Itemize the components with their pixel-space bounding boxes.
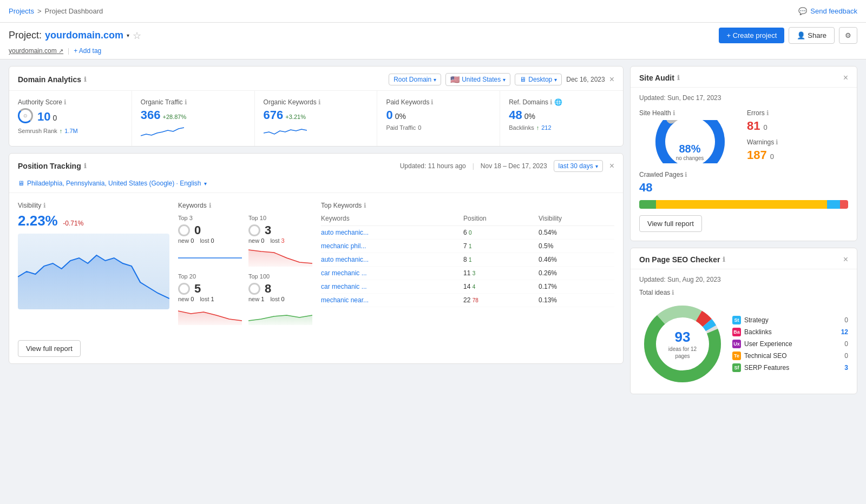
chevron-down-icon: ▾	[434, 77, 436, 83]
sa-close-button[interactable]: ×	[843, 73, 848, 83]
vis-cell: 0.54%	[539, 226, 614, 240]
kw-cell[interactable]: mechanic phil...	[321, 240, 463, 253]
pt-title: Position Tracking ℹ	[18, 162, 87, 170]
opsc-info-icon[interactable]: ℹ	[723, 256, 725, 263]
top-keywords-table: Keywords Position Visibility auto mechan…	[321, 214, 614, 307]
opsc-dot-icon: Ux	[732, 340, 741, 348]
tk-info-icon[interactable]: ℹ	[364, 202, 366, 209]
domain-analytics-header: Domain Analytics ℹ Root Domain ▾ 🇺🇸 Unit…	[9, 67, 623, 91]
opsc-close-button[interactable]: ×	[843, 255, 848, 264]
col-position: Position	[463, 214, 539, 226]
share-button[interactable]: 👤 Share	[789, 27, 835, 44]
da-info-icon[interactable]: ℹ	[84, 76, 87, 83]
ti-info-icon[interactable]: ℹ	[672, 289, 674, 296]
sa-view-full-report-button[interactable]: View full report	[639, 215, 702, 232]
opsc-donut: 93 ideas for 12 pages	[639, 301, 726, 387]
opsc-label: SERP Features	[744, 364, 789, 372]
sh-info-icon[interactable]: ℹ	[673, 109, 675, 117]
da-metrics: Authority Score ℹ ⊙ 10 0 Semrush Rank ↑ …	[9, 91, 623, 146]
root-domain-dropdown[interactable]: Root Domain ▾	[389, 74, 441, 85]
opsc-count: 3	[844, 364, 848, 372]
table-row: auto mechanic... 6 0 0.54%	[321, 226, 614, 240]
pos-cell: 8 1	[463, 253, 539, 267]
project-title-actions: + Create project 👤 Share ⚙	[719, 27, 857, 44]
top-bar: Projects > Project Dashboard 💬 Send feed…	[0, 0, 866, 23]
position-tracking-card: Position Tracking ℹ Updated: 11 hours ag…	[9, 153, 624, 364]
err-info-icon[interactable]: ℹ	[766, 109, 769, 117]
pt-view-full-report-button[interactable]: View full report	[18, 340, 81, 357]
left-column: Domain Analytics ℹ Root Domain ▾ 🇺🇸 Unit…	[9, 66, 624, 394]
kw-info-icon[interactable]: ℹ	[209, 202, 212, 209]
monitor-icon: 🖥	[18, 180, 24, 187]
top-keywords-section: Top Keywords ℹ Keywords Position Visibil…	[321, 202, 614, 325]
opsc-legend-item: Ba Backlinks 12	[732, 328, 848, 336]
ot-info-icon[interactable]: ℹ	[185, 98, 187, 106]
organic-keywords-metric: Organic Keywords ℹ 676 +3.21%	[255, 91, 378, 146]
kw-cell[interactable]: car mechanic ...	[321, 267, 463, 280]
opsc-legend-item: Te Technical SEO 0	[732, 352, 848, 360]
opsc-count: 0	[844, 316, 848, 324]
pt-info-icon[interactable]: ℹ	[84, 162, 87, 170]
top3-circle	[178, 224, 190, 236]
dropdown-chevron-icon[interactable]: ▾	[127, 32, 129, 38]
top-bar-right: 💬 Send feedback	[798, 7, 857, 15]
project-title-row: Project: yourdomain.com ▾ ☆ + Create pro…	[9, 27, 857, 44]
chevron-down-loc-icon[interactable]: ▾	[204, 181, 207, 187]
da-close-button[interactable]: ×	[609, 75, 614, 84]
star-icon[interactable]: ☆	[133, 30, 141, 42]
opsc-count: 0	[844, 340, 848, 348]
table-row: car mechanic ... 11 3 0.26%	[321, 267, 614, 280]
organic-keywords-chart	[264, 122, 369, 138]
kw-cell[interactable]: car mechanic ...	[321, 280, 463, 294]
breadcrumb-sep: >	[37, 7, 42, 15]
sa-info-icon[interactable]: ℹ	[677, 74, 680, 82]
country-dropdown[interactable]: 🇺🇸 United States ▾	[445, 73, 510, 86]
add-tag-button[interactable]: + Add tag	[74, 47, 101, 55]
svg-marker-0	[18, 255, 169, 309]
pk-info-icon[interactable]: ℹ	[431, 98, 434, 106]
domain-analytics-title: Domain Analytics ℹ	[18, 75, 87, 84]
pt-close-button[interactable]: ×	[609, 161, 614, 171]
right-column: Site Audit ℹ × Updated: Sun, Dec 17, 202…	[630, 66, 857, 394]
project-domain[interactable]: yourdomain.com	[45, 30, 123, 41]
send-feedback-button[interactable]: 💬 Send feedback	[798, 7, 857, 15]
top20-chart	[178, 306, 242, 325]
us-flag-icon: 🇺🇸	[450, 75, 460, 84]
site-health-donut: 88% no changes	[652, 120, 728, 163]
rd-info-icon[interactable]: ℹ	[550, 98, 553, 106]
breadcrumb-projects[interactable]: Projects	[9, 7, 34, 15]
create-project-button[interactable]: + Create project	[719, 28, 784, 43]
site-audit-card: Site Audit ℹ × Updated: Sun, Dec 17, 202…	[630, 66, 857, 241]
table-row: car mechanic ... 14 4 0.17%	[321, 280, 614, 294]
pt-period-dropdown[interactable]: last 30 days ▾	[554, 160, 603, 172]
pt-visibility: Visibility ℹ 2.23% -0.71%	[18, 202, 169, 325]
warn-info-icon[interactable]: ℹ	[776, 138, 778, 146]
pt-right: Updated: 11 hours ago | Nov 18 – Dec 17,…	[400, 160, 614, 172]
as-info-icon[interactable]: ℹ	[64, 98, 67, 106]
kw-cell[interactable]: mechanic near...	[321, 294, 463, 307]
opsc-body: Updated: Sun, Aug 20, 2023 Total ideas ℹ	[631, 269, 857, 394]
settings-button[interactable]: ⚙	[839, 27, 857, 44]
opsc-label: Strategy	[744, 316, 769, 324]
vis-cell: 0.26%	[539, 267, 614, 280]
opsc-header: On Page SEO Checker ℹ ×	[631, 248, 857, 269]
kw-grid: Top 3 0 new0 lost0	[178, 215, 312, 325]
opsc-count: 12	[841, 328, 848, 336]
vis-info-icon[interactable]: ℹ	[43, 202, 46, 209]
semrush-rank-arrow: ↑	[60, 128, 63, 134]
sa-errors: Errors ℹ 81 0 Warnings ℹ 187	[747, 109, 848, 162]
device-dropdown[interactable]: 🖥 Desktop ▾	[515, 74, 562, 85]
domain-link[interactable]: yourdomain.com ↗	[9, 47, 63, 55]
cp-info-icon[interactable]: ℹ	[685, 171, 687, 178]
opsc-legend-item: Sf SERP Features 3	[732, 363, 848, 372]
col-keywords: Keywords	[321, 214, 463, 226]
sa-grid: Site Health ℹ 88% no changes	[639, 109, 848, 165]
pt-keywords: Keywords ℹ Top 3 0 new0	[169, 202, 321, 325]
kw-cell[interactable]: auto mechanic...	[321, 253, 463, 267]
pos-cell: 11 3	[463, 267, 539, 280]
chevron-down-pt-icon: ▾	[595, 163, 598, 169]
kw-cell[interactable]: auto mechanic...	[321, 226, 463, 240]
organic-traffic-chart	[141, 122, 246, 138]
opsc-dot-icon: Sf	[732, 363, 741, 372]
ok-info-icon[interactable]: ℹ	[318, 98, 321, 106]
